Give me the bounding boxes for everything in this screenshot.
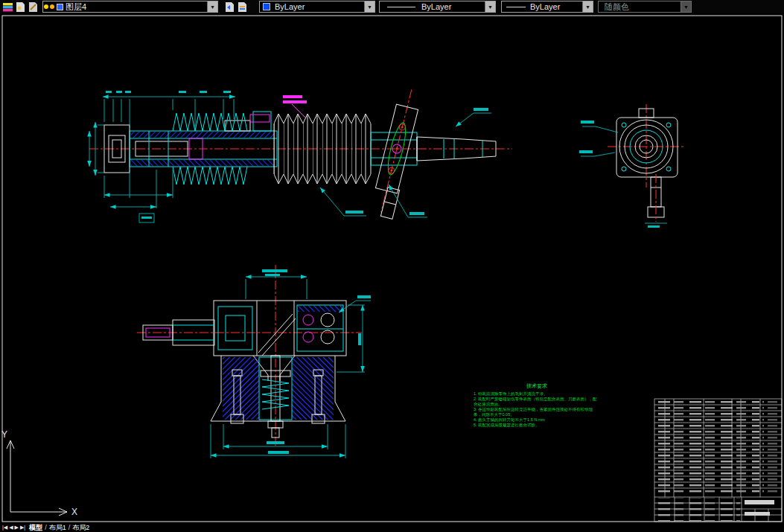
tech-note-line: 3. 各运动副装配后应运转灵活平稳，各紧固件连接处不得有松动现象，间隙不大于0.… <box>474 407 600 417</box>
lineweight-sample <box>506 7 526 7</box>
tech-notes-title: 技术要求 <box>474 382 600 390</box>
lineweight-dropdown-arrow[interactable]: ▼ <box>582 1 593 12</box>
layer-color-swatch <box>57 4 63 10</box>
layer-dropdown[interactable]: 图层4 ▼ <box>42 1 218 13</box>
linetype-value: ByLayer <box>421 2 451 11</box>
tech-note-line: 1. 组装前清除零件上的毛刺并清洗干净。 <box>474 391 600 397</box>
tab-separator: / <box>45 524 47 531</box>
layer-tools-icon[interactable] <box>237 1 248 13</box>
linetype-dropdown-arrow[interactable]: ▼ <box>485 1 495 12</box>
color-swatch <box>263 3 270 10</box>
tech-note-line: 2. 装配时严禁磕碰划伤零件表面（特别是配合表面、刃磨表面），配合处涂润滑油。 <box>474 397 600 407</box>
tab-last-icon[interactable]: ▶| <box>20 525 25 531</box>
ucs-x-label: X <box>71 507 77 517</box>
tab-layout1[interactable]: 布局1 <box>49 523 66 532</box>
make-layer-current-icon[interactable] <box>28 1 39 13</box>
layer-on-icon[interactable] <box>44 4 48 9</box>
title-block-table <box>654 399 782 522</box>
view-fixture-section <box>137 265 371 458</box>
layer-freeze-icon[interactable] <box>50 4 54 9</box>
lineweight-dropdown[interactable]: ByLayer ▼ <box>501 1 593 13</box>
plot-style-dropdown-arrow: ▼ <box>681 1 691 12</box>
color-value: ByLayer <box>275 2 305 11</box>
drawing-canvas[interactable]: Y X <box>0 0 784 532</box>
tech-notes: 技术要求 1. 组装前清除零件上的毛刺并清洗干净。 2. 装配时严禁磕碰划伤零件… <box>474 382 600 428</box>
color-dropdown[interactable]: ByLayer ▼ <box>259 1 375 13</box>
tab-model[interactable]: 模型 <box>29 523 42 532</box>
layer-states-icon[interactable] <box>15 1 26 13</box>
toolbar: 图层4 ▼ ByLayer ▼ ByLayer ▼ ByLayer ▼ 随颜色 … <box>0 0 784 13</box>
tech-note-line: 4. 磨头主轴的回转力矩不大于1.5 N.mm <box>474 417 600 423</box>
tab-layout2[interactable]: 布局2 <box>72 523 89 532</box>
linetype-dropdown[interactable]: ByLayer ▼ <box>379 1 496 13</box>
tab-separator: / <box>68 524 71 531</box>
ucs-y-label: Y <box>1 429 7 440</box>
lineweight-value: ByLayer <box>530 2 560 11</box>
layout-tab-bar: |◀ ◀ ▶ ▶| 模型 / 布局1 / 布局2 <box>0 523 784 532</box>
ucs-icon: Y X <box>1 429 77 517</box>
view-assembly-section <box>89 87 512 222</box>
layer-name: 图层4 <box>66 1 86 13</box>
plot-style-dropdown: 随颜色 ▼ <box>598 1 692 13</box>
tech-note-line: 5. 装配完成后按规定进行磨合试验。 <box>474 423 600 428</box>
tab-prev-icon[interactable]: ◀ <box>9 525 13 531</box>
tab-next-icon[interactable]: ▶ <box>15 525 19 531</box>
plot-style-value: 随颜色 <box>605 1 629 13</box>
view-end <box>579 104 685 228</box>
color-dropdown-arrow[interactable]: ▼ <box>364 1 375 12</box>
layer-properties-icon[interactable] <box>2 1 13 13</box>
tab-first-icon[interactable]: |◀ <box>2 525 7 531</box>
layer-dropdown-arrow[interactable]: ▼ <box>207 1 217 12</box>
linetype-sample <box>387 7 415 7</box>
layer-previous-icon[interactable] <box>224 1 235 13</box>
